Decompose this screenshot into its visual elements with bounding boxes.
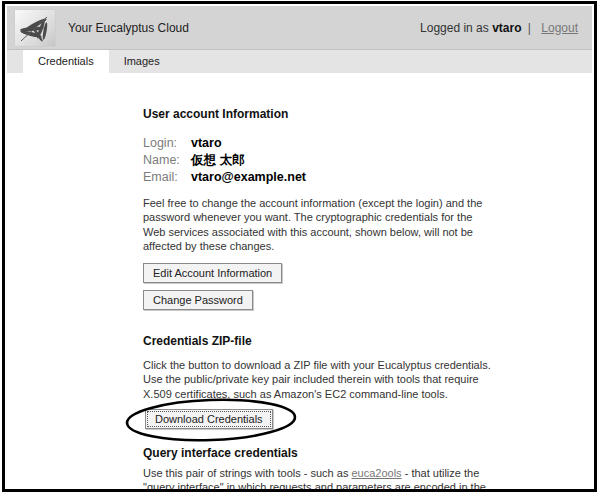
zip-section-heading: Credentials ZIP-file (143, 334, 505, 348)
login-field-row: Login: vtaro (143, 135, 505, 152)
euca2ools-link[interactable]: euca2ools (351, 467, 401, 479)
eucalyptus-logo-icon (14, 9, 56, 47)
zip-description: Click the button to download a ZIP file … (143, 358, 492, 401)
leaf-glyphs (17, 11, 53, 45)
login-status: Logged in as vtaro | Logout (420, 21, 578, 35)
account-buttons: Edit Account Information Change Password (143, 263, 505, 317)
email-field-row: Email: vtaro@example.net (143, 169, 505, 186)
edit-account-button[interactable]: Edit Account Information (143, 263, 282, 283)
separator: | (528, 21, 531, 35)
download-credentials-button[interactable]: Download Credentials (145, 409, 273, 429)
login-label: Login: (143, 135, 189, 152)
tab-images[interactable]: Images (109, 50, 175, 73)
header-bar: Your Eucalyptus Cloud Logged in as vtaro… (7, 6, 592, 50)
login-value: vtaro (191, 135, 222, 152)
page-frame: Your Eucalyptus Cloud Logged in as vtaro… (2, 1, 597, 492)
logout-link[interactable]: Logout (541, 21, 578, 35)
main-content: User account Information Login: vtaro Na… (5, 73, 505, 492)
query-description-before: Use this pair of strings with tools - su… (143, 467, 351, 479)
query-description: Use this pair of strings with tools - su… (143, 466, 492, 492)
download-button-area: Download Credentials (145, 409, 273, 429)
name-field-row: Name: 仮想 太郎 (143, 152, 505, 169)
email-label: Email: (143, 169, 189, 186)
username: vtaro (492, 21, 521, 35)
app-title: Your Eucalyptus Cloud (68, 21, 189, 35)
name-label: Name: (143, 152, 189, 169)
account-section-heading: User account Information (143, 107, 505, 121)
logged-in-prefix: Logged in as (420, 21, 489, 35)
name-value: 仮想 太郎 (191, 152, 244, 169)
account-description: Feel free to change the account informat… (143, 196, 492, 253)
query-section-heading: Query interface credentials (143, 446, 505, 460)
email-value: vtaro@example.net (191, 169, 306, 186)
tab-bar: Credentials Images (7, 50, 592, 73)
change-password-button[interactable]: Change Password (143, 290, 253, 310)
tab-credentials[interactable]: Credentials (23, 50, 109, 73)
